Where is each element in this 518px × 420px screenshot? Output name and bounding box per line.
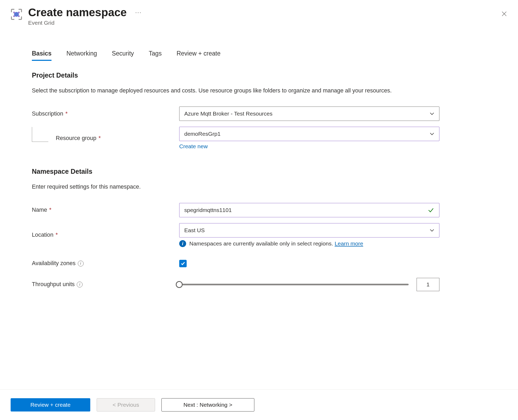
required-marker: * bbox=[55, 232, 58, 238]
name-label: Name * bbox=[32, 207, 179, 213]
tab-basics[interactable]: Basics bbox=[32, 50, 52, 61]
svg-point-2 bbox=[18, 12, 20, 13]
page-title: Create namespace bbox=[28, 6, 127, 19]
resource-group-label: Resource group * bbox=[32, 135, 179, 142]
required-marker: * bbox=[49, 207, 51, 213]
tree-indent-icon bbox=[32, 127, 48, 142]
project-details-description: Select the subscription to manage deploy… bbox=[32, 87, 430, 95]
slider-thumb[interactable] bbox=[176, 281, 183, 288]
page-header: Create namespace ··· Event Grid bbox=[0, 0, 518, 26]
required-marker: * bbox=[65, 111, 67, 117]
availability-zones-label: Availability zones i bbox=[32, 260, 179, 267]
throughput-units-slider[interactable] bbox=[179, 284, 409, 285]
location-dropdown[interactable]: East US bbox=[179, 223, 439, 237]
info-tooltip-icon[interactable]: i bbox=[77, 282, 83, 287]
info-tooltip-icon[interactable]: i bbox=[78, 261, 84, 266]
validation-success-icon bbox=[427, 207, 434, 214]
project-details-heading: Project Details bbox=[32, 71, 486, 79]
service-name: Event Grid bbox=[28, 20, 507, 26]
required-marker: * bbox=[99, 135, 101, 142]
namespace-name-input[interactable]: spegridmqttns1101 bbox=[179, 203, 439, 217]
tab-tags[interactable]: Tags bbox=[149, 50, 162, 61]
location-label: Location * bbox=[32, 232, 179, 238]
chevron-down-icon bbox=[430, 228, 434, 233]
tab-bar: Basics Networking Security Tags Review +… bbox=[32, 50, 486, 61]
throughput-units-value-input[interactable]: 1 bbox=[417, 278, 439, 291]
tab-security[interactable]: Security bbox=[112, 50, 134, 61]
availability-zones-checkbox[interactable] bbox=[179, 260, 187, 267]
resource-group-dropdown[interactable]: demoResGrp1 bbox=[179, 127, 439, 141]
tab-networking[interactable]: Networking bbox=[66, 50, 97, 61]
tab-review-create[interactable]: Review + create bbox=[177, 50, 221, 61]
wizard-footer: Review + create < Previous Next : Networ… bbox=[0, 389, 518, 411]
namespace-details-description: Enter required settings for this namespa… bbox=[32, 183, 430, 191]
chevron-down-icon bbox=[430, 131, 434, 136]
create-new-resource-group-link[interactable]: Create new bbox=[179, 143, 208, 150]
subscription-dropdown[interactable]: Azure Mqtt Broker - Test Resources bbox=[179, 107, 439, 121]
next-button[interactable]: Next : Networking > bbox=[161, 398, 254, 411]
event-grid-icon bbox=[11, 9, 22, 20]
throughput-units-label: Throughput units i bbox=[32, 281, 179, 288]
more-menu-icon[interactable]: ··· bbox=[135, 9, 142, 16]
location-info-text: Namespaces are currently available only … bbox=[189, 240, 363, 247]
info-icon: i bbox=[179, 240, 186, 247]
svg-point-1 bbox=[13, 12, 15, 13]
review-create-button[interactable]: Review + create bbox=[11, 398, 90, 411]
close-button[interactable] bbox=[501, 11, 507, 18]
svg-point-3 bbox=[13, 15, 15, 17]
svg-point-4 bbox=[18, 15, 20, 17]
learn-more-link[interactable]: Learn more bbox=[335, 240, 363, 247]
subscription-label: Subscription * bbox=[32, 111, 179, 117]
namespace-details-heading: Namespace Details bbox=[32, 168, 486, 175]
chevron-down-icon bbox=[430, 111, 434, 116]
previous-button: < Previous bbox=[97, 398, 155, 411]
